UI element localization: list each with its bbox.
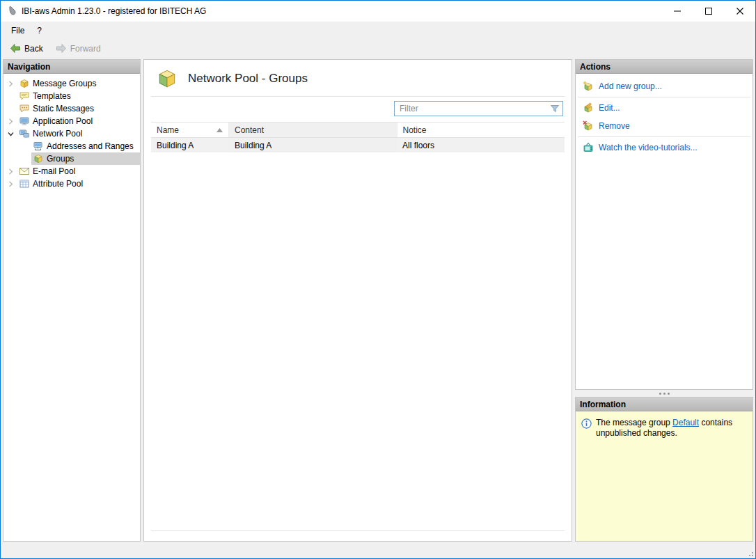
menu-bar: File ? <box>1 22 755 40</box>
message-groups-icon <box>19 78 30 89</box>
actions-panel: Actions Add new group... Edit... <box>575 59 753 390</box>
information-header: Information <box>576 397 753 411</box>
back-button[interactable]: Back <box>5 42 48 55</box>
navigation-header: Navigation <box>3 60 140 74</box>
static-messages-icon <box>19 103 30 114</box>
info-icon <box>581 418 592 429</box>
info-text-before: The message group <box>596 418 672 427</box>
sidebar-item-label: E-mail Pool <box>33 166 75 176</box>
sidebar-item-groups[interactable]: Groups <box>3 152 140 165</box>
application-pool-icon <box>19 116 30 127</box>
chevron-right-icon[interactable] <box>8 81 17 87</box>
actions-list: Add new group... Edit... Remove <box>576 74 753 160</box>
action-label: Edit... <box>599 103 620 113</box>
action-label: Remove <box>599 121 630 131</box>
action-label: Watch the video-tutorials... <box>599 143 698 152</box>
app-icon <box>6 6 17 17</box>
remove-group-icon <box>583 120 594 132</box>
table-row[interactable]: Building A Building A All floors <box>151 138 565 152</box>
remove-link[interactable]: Remove <box>576 117 753 135</box>
sidebar-item-label: Static Messages <box>33 104 94 113</box>
addresses-and-ranges-icon <box>33 141 44 152</box>
add-group-icon <box>583 81 594 92</box>
forward-arrow-icon <box>56 43 67 54</box>
actions-separator <box>578 97 750 97</box>
resize-grip-icon[interactable] <box>746 549 754 557</box>
sidebar-item-label: Application Pool <box>33 116 93 126</box>
sidebar-item-attribute-pool[interactable]: Attribute Pool <box>3 178 140 190</box>
tv-icon <box>583 142 594 153</box>
sidebar-item-network-pool[interactable]: Network Pool <box>3 127 140 140</box>
sidebar-item-label: Groups <box>47 154 74 164</box>
edit-group-icon <box>583 102 594 113</box>
maximize-icon <box>705 8 712 15</box>
video-tutorials-link[interactable]: Watch the video-tutorials... <box>576 139 753 157</box>
title-bar: IBI-aws Admin 1.23.0 - registered for IB… <box>1 1 755 22</box>
window-title: IBI-aws Admin 1.23.0 - registered for IB… <box>22 6 206 16</box>
sidebar-item-message-groups[interactable]: Message Groups <box>3 77 140 90</box>
sidebar-item-label: Addresses and Ranges <box>47 141 134 151</box>
sidebar-item-email-pool[interactable]: E-mail Pool <box>3 165 140 178</box>
edit-link[interactable]: Edit... <box>576 99 753 117</box>
status-bar <box>1 543 755 558</box>
sidebar-item-application-pool[interactable]: Application Pool <box>3 115 140 127</box>
email-pool-icon <box>19 166 30 177</box>
table-empty-space <box>151 152 565 530</box>
navigation-panel: Navigation Message Groups <box>3 59 141 542</box>
toolbar: Back Forward <box>1 40 755 57</box>
close-icon <box>737 8 743 15</box>
page-title: Network Pool - Groups <box>188 72 308 86</box>
information-body: The message group Default contains unpub… <box>576 411 753 541</box>
forward-button[interactable]: Forward <box>51 42 106 55</box>
main-panel: Network Pool - Groups Name <box>143 59 572 542</box>
filter-funnel-icon[interactable] <box>550 104 560 113</box>
forward-label: Forward <box>70 44 101 54</box>
maximize-button[interactable] <box>693 1 724 22</box>
sidebar-item-addresses-and-ranges[interactable]: Addresses and Ranges <box>3 140 140 152</box>
sort-ascending-icon <box>216 128 223 132</box>
chevron-right-icon[interactable] <box>8 118 17 125</box>
column-header-content[interactable]: Content <box>229 123 397 137</box>
splitter-grip-icon <box>663 393 666 395</box>
actions-header: Actions <box>576 60 753 74</box>
back-label: Back <box>24 44 43 54</box>
action-label: Add new group... <box>599 81 662 91</box>
page-header: Network Pool - Groups <box>144 60 572 96</box>
groups-page-icon <box>155 67 179 90</box>
cell-content: Building A <box>229 138 397 152</box>
actions-separator <box>578 136 750 137</box>
menu-file[interactable]: File <box>5 23 31 38</box>
chevron-right-icon[interactable] <box>8 168 17 175</box>
app-window: IBI-aws Admin 1.23.0 - registered for IB… <box>0 0 756 559</box>
cell-name: Building A <box>151 138 229 152</box>
sidebar-item-static-messages[interactable]: Static Messages <box>3 102 140 115</box>
attribute-pool-icon <box>19 178 30 189</box>
information-message: The message group Default contains unpub… <box>596 418 747 439</box>
cell-notice: All floors <box>397 138 565 152</box>
network-pool-icon <box>19 128 30 139</box>
close-button[interactable] <box>724 1 755 22</box>
filter-bar <box>151 96 565 122</box>
sidebar-item-label: Network Pool <box>33 129 82 139</box>
sidebar-item-label: Templates <box>33 91 71 101</box>
column-header-notice[interactable]: Notice <box>397 123 565 137</box>
menu-help[interactable]: ? <box>31 23 48 38</box>
panel-splitter[interactable] <box>575 390 753 397</box>
chevron-down-icon[interactable] <box>8 131 17 137</box>
groups-table: Name Content Notice Build <box>151 122 565 531</box>
sidebar-item-label: Attribute Pool <box>33 179 83 189</box>
minimize-icon <box>674 8 681 15</box>
groups-icon <box>33 153 44 164</box>
content-area: Navigation Message Groups <box>1 57 755 543</box>
sidebar-item-label: Message Groups <box>33 79 96 88</box>
column-header-name[interactable]: Name <box>151 123 229 137</box>
navigation-tree: Message Groups Templates <box>3 74 140 541</box>
add-new-group-link[interactable]: Add new group... <box>576 77 753 95</box>
sidebar-item-templates[interactable]: Templates <box>3 90 140 102</box>
minimize-button[interactable] <box>661 1 693 22</box>
chevron-right-icon[interactable] <box>8 181 17 187</box>
filter-input[interactable] <box>394 101 563 116</box>
back-arrow-icon <box>10 43 21 54</box>
window-controls <box>661 1 755 22</box>
default-group-link[interactable]: Default <box>672 418 699 427</box>
